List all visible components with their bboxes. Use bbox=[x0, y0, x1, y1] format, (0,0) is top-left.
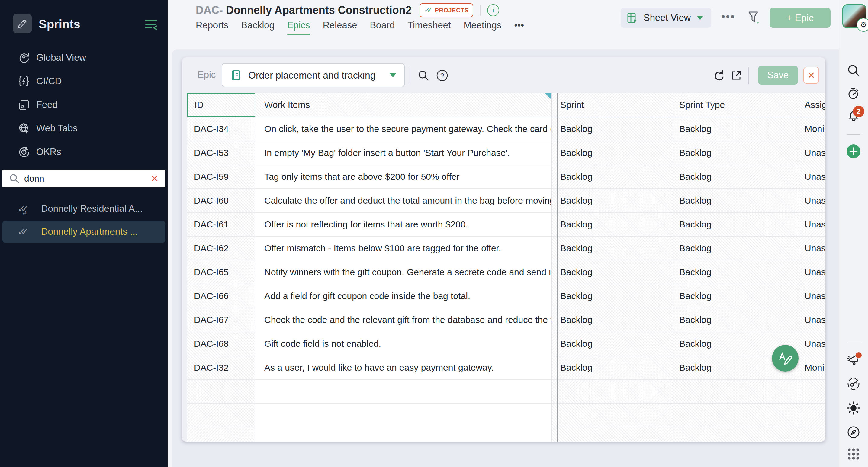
sidebar-item-global-view[interactable]: Global View bbox=[0, 46, 167, 69]
column-header-assign[interactable]: Assign bbox=[800, 93, 826, 117]
cell-assignee[interactable] bbox=[800, 380, 826, 404]
cell-id[interactable] bbox=[187, 380, 255, 404]
project-item-1[interactable]: ✓✓Donnelly Residential A...⇄ bbox=[2, 197, 165, 220]
cell-assignee[interactable]: Unassi bbox=[800, 165, 826, 189]
save-button[interactable]: Save bbox=[758, 66, 798, 85]
cell-work-item[interactable]: Notify winners with the gift coupon. Gen… bbox=[255, 260, 552, 284]
cell-sprint[interactable]: Backlog bbox=[552, 284, 672, 308]
cell-sprint[interactable]: Backlog bbox=[552, 332, 672, 356]
cell-sprint-type[interactable]: Backlog bbox=[672, 213, 800, 237]
cell-sprint-type[interactable]: Backlog bbox=[672, 141, 800, 165]
column-header-sprint[interactable]: Sprint bbox=[552, 93, 672, 117]
cell-id[interactable]: DAC-I65 bbox=[187, 260, 255, 284]
tab-epics[interactable]: Epics bbox=[287, 20, 310, 35]
settings-gear-icon[interactable]: ⚙ bbox=[857, 18, 868, 32]
cell-sprint-type[interactable]: Backlog bbox=[672, 237, 800, 260]
theme-sun-icon[interactable] bbox=[846, 401, 861, 416]
cell-sprint-type[interactable] bbox=[672, 404, 800, 428]
cell-id[interactable]: DAC-I61 bbox=[187, 213, 255, 237]
sidebar-item-okrs[interactable]: OKRs bbox=[0, 140, 167, 164]
rail-search-icon[interactable] bbox=[846, 63, 861, 78]
cell-assignee[interactable]: Unassi bbox=[800, 189, 826, 213]
cell-work-item[interactable]: In empty 'My Bag' folder insert a button… bbox=[255, 141, 552, 165]
cell-sprint-type[interactable] bbox=[672, 380, 800, 404]
cell-work-item[interactable]: On click, take the user to the secure pa… bbox=[255, 117, 552, 141]
cell-sprint[interactable]: Backlog bbox=[552, 141, 672, 165]
cell-assignee[interactable]: Unassi bbox=[800, 332, 826, 356]
column-header-work-items[interactable]: Work Items bbox=[255, 93, 552, 117]
cell-work-item[interactable]: Offer mismatch - Items below $100 are ta… bbox=[255, 237, 552, 260]
cell-assignee[interactable]: Unassi bbox=[800, 237, 826, 260]
cell-sprint[interactable]: Backlog bbox=[552, 308, 672, 332]
info-icon[interactable]: i bbox=[487, 4, 499, 16]
clear-search-icon[interactable]: ✕ bbox=[150, 173, 159, 184]
cell-id[interactable]: DAC-I60 bbox=[187, 189, 255, 213]
cell-id[interactable] bbox=[187, 428, 255, 442]
tab-board[interactable]: Board bbox=[370, 20, 395, 35]
cell-assignee[interactable] bbox=[800, 428, 826, 442]
cell-assignee[interactable] bbox=[800, 404, 826, 428]
cell-assignee[interactable]: Monic bbox=[800, 356, 826, 380]
tab--[interactable]: ••• bbox=[514, 20, 524, 35]
header-more-button[interactable]: ••• bbox=[721, 10, 736, 23]
cell-id[interactable]: DAC-I68 bbox=[187, 332, 255, 356]
add-epic-button[interactable]: + Epic bbox=[770, 8, 831, 28]
cell-id[interactable]: DAC-I53 bbox=[187, 141, 255, 165]
cell-sprint-type[interactable]: Backlog bbox=[672, 308, 800, 332]
cell-work-item[interactable] bbox=[255, 428, 552, 442]
cell-sprint-type[interactable]: Backlog bbox=[672, 284, 800, 308]
cell-work-item[interactable]: Add a field for gift coupon code inside … bbox=[255, 284, 552, 308]
sidebar-collapse-icon[interactable] bbox=[144, 17, 158, 31]
cell-work-item[interactable] bbox=[255, 404, 552, 428]
access-key-icon[interactable] bbox=[846, 376, 861, 392]
cell-sprint-type[interactable]: Backlog bbox=[672, 189, 800, 213]
cell-assignee[interactable]: Monic bbox=[800, 117, 826, 141]
frozen-column-divider[interactable] bbox=[557, 93, 558, 442]
tab-reports[interactable]: Reports bbox=[196, 20, 229, 35]
cell-assignee[interactable]: Unassi bbox=[800, 308, 826, 332]
expand-icon[interactable] bbox=[729, 68, 744, 83]
cell-assignee[interactable]: Unassi bbox=[800, 213, 826, 237]
filter-icon[interactable] bbox=[747, 11, 761, 25]
cell-sprint-type[interactable]: Backlog bbox=[672, 117, 800, 141]
cell-assignee[interactable]: Unassi bbox=[800, 260, 826, 284]
help-icon[interactable]: ? bbox=[435, 68, 450, 83]
cell-id[interactable]: DAC-I62 bbox=[187, 237, 255, 260]
refresh-icon[interactable] bbox=[712, 68, 726, 83]
cell-work-item[interactable]: Offer is not reflecting for items that a… bbox=[255, 213, 552, 237]
cell-work-item[interactable]: Calculate the offer and deduct the total… bbox=[255, 189, 552, 213]
cell-id[interactable]: DAC-I66 bbox=[187, 284, 255, 308]
cell-id[interactable]: DAC-I32 bbox=[187, 356, 255, 380]
user-avatar[interactable]: ⚙ bbox=[842, 4, 867, 28]
cell-id[interactable]: DAC-I34 bbox=[187, 117, 255, 141]
tab-backlog[interactable]: Backlog bbox=[241, 20, 275, 35]
write-assist-fab[interactable] bbox=[772, 345, 799, 372]
apps-grid-icon[interactable] bbox=[846, 446, 861, 462]
close-button[interactable]: ✕ bbox=[803, 67, 819, 84]
cell-work-item[interactable]: Tag only items that are above $200 for 5… bbox=[255, 165, 552, 189]
tab-timesheet[interactable]: Timesheet bbox=[407, 20, 451, 35]
sidebar-item-feed[interactable]: Feed bbox=[0, 93, 167, 117]
sheet-search-icon[interactable] bbox=[416, 68, 431, 83]
timer-icon[interactable] bbox=[846, 86, 861, 101]
column-header-sprint-type[interactable]: Sprint Type bbox=[672, 93, 800, 117]
cell-work-item[interactable]: Gift code field is not enabled. bbox=[255, 332, 552, 356]
cell-work-item[interactable]: As a user, I would like to have an easy … bbox=[255, 356, 552, 380]
cell-id[interactable]: DAC-I67 bbox=[187, 308, 255, 332]
column-header-id[interactable]: ID bbox=[187, 93, 255, 117]
cell-sprint-type[interactable]: Backlog bbox=[672, 260, 800, 284]
cell-work-item[interactable] bbox=[255, 380, 552, 404]
sidebar-item-ci-cd[interactable]: CI/CD bbox=[0, 69, 167, 93]
view-switcher[interactable]: Sheet View bbox=[621, 8, 711, 28]
project-search-box[interactable]: donn ✕ bbox=[2, 170, 165, 187]
tab-release[interactable]: Release bbox=[323, 20, 357, 35]
cell-sprint-type[interactable]: Backlog bbox=[672, 165, 800, 189]
epic-selector-dropdown[interactable]: Order placement and tracking bbox=[222, 63, 405, 87]
cell-sprint[interactable] bbox=[552, 404, 672, 428]
cell-sprint[interactable]: Backlog bbox=[552, 213, 672, 237]
cell-sprint[interactable]: Backlog bbox=[552, 165, 672, 189]
cell-sprint[interactable]: Backlog bbox=[552, 117, 672, 141]
sidebar-item-web-tabs[interactable]: Web Tabs bbox=[0, 117, 167, 140]
cell-sprint[interactable]: Backlog bbox=[552, 237, 672, 260]
cell-sprint[interactable]: Backlog bbox=[552, 260, 672, 284]
